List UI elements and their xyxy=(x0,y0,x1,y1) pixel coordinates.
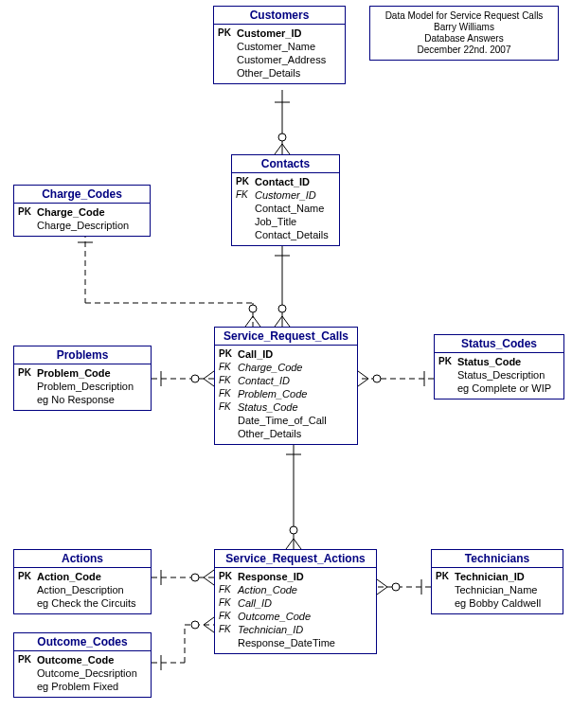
attribute-row: PKTechnician_ID xyxy=(436,570,559,583)
attribute-row: FKTechnician_ID xyxy=(219,623,372,636)
attribute-name: Outcome_Decsription xyxy=(37,666,147,680)
key-indicator xyxy=(236,215,255,228)
key-indicator xyxy=(236,202,255,215)
key-indicator xyxy=(18,583,37,596)
entity-contacts: Contacts PKContact_IDFKCustomer_IDContac… xyxy=(231,154,340,246)
attribute-row: FKOutcome_Code xyxy=(219,610,372,623)
key-indicator: PK xyxy=(219,570,238,583)
attribute-row: FKCall_ID xyxy=(219,596,372,610)
key-indicator xyxy=(236,228,255,241)
entity-title: Problems xyxy=(14,346,151,364)
attribute-name: Technician_ID xyxy=(238,623,372,636)
key-indicator xyxy=(436,596,455,610)
attribute-name: Charge_Code xyxy=(238,361,353,374)
entity-title: Charge_Codes xyxy=(14,186,150,204)
key-indicator xyxy=(18,380,37,393)
entity-body: PKTechnician_IDTechnician_Nameeg Bobby C… xyxy=(432,568,563,613)
entity-service-request-calls: Service_Request_Calls PKCall_IDFKCharge_… xyxy=(214,327,358,445)
attribute-row: FKProblem_Code xyxy=(219,387,353,400)
diagram-meta-box: Data Model for Service Request Calls Bar… xyxy=(369,6,559,61)
svg-point-19 xyxy=(290,526,297,534)
svg-point-2 xyxy=(278,133,286,141)
entity-charge-codes: Charge_Codes PKCharge_CodeCharge_Descrip… xyxy=(13,185,151,237)
attribute-row: eg Complete or WIP xyxy=(438,382,560,395)
entity-customers: Customers PKCustomer_IDCustomer_NameCust… xyxy=(213,6,346,84)
attribute-name: Technician_ID xyxy=(455,570,559,583)
attribute-name: eg Complete or WIP xyxy=(457,382,560,395)
key-indicator: FK xyxy=(219,361,238,374)
attribute-name: Other_Details xyxy=(237,66,341,80)
attribute-name: Response_DateTime xyxy=(238,636,372,649)
attribute-row: Other_Details xyxy=(218,66,341,80)
attribute-name: Response_ID xyxy=(238,570,372,583)
entity-body: PKAction_CodeAction_Descriptioneg Check … xyxy=(14,568,151,613)
svg-point-5 xyxy=(278,305,286,312)
entity-body: PKStatus_CodeStatus_Descriptioneg Comple… xyxy=(435,353,563,399)
attribute-name: Action_Code xyxy=(238,583,372,596)
key-indicator xyxy=(218,66,237,80)
attribute-name: Contact_Details xyxy=(255,228,335,241)
entity-body: PKCharge_CodeCharge_Description xyxy=(14,204,150,236)
meta-line: Barry Williams xyxy=(374,22,554,33)
attribute-row: Action_Description xyxy=(18,583,147,596)
attribute-name: Call_ID xyxy=(238,347,353,361)
attribute-row: Problem_Description xyxy=(18,380,147,393)
attribute-name: Outcome_Code xyxy=(37,653,147,666)
attribute-row: Technician_Name xyxy=(436,583,559,596)
attribute-row: eg Check the Circuits xyxy=(18,596,147,610)
meta-line: Database Answers xyxy=(374,33,554,44)
key-indicator: PK xyxy=(18,653,37,666)
entity-status-codes: Status_Codes PKStatus_CodeStatus_Descrip… xyxy=(434,334,564,400)
attribute-name: eg Bobby Caldwell xyxy=(455,596,559,610)
key-indicator xyxy=(218,53,237,66)
entity-technicians: Technicians PKTechnician_IDTechnician_Na… xyxy=(431,549,563,614)
attribute-row: PKCharge_Code xyxy=(18,205,146,219)
entity-title: Status_Codes xyxy=(435,335,563,353)
key-indicator xyxy=(219,414,238,427)
entity-body: PKCustomer_IDCustomer_NameCustomer_Addre… xyxy=(214,25,345,83)
entity-outcome-codes: Outcome_Codes PKOutcome_CodeOutcome_Decs… xyxy=(13,632,152,698)
attribute-row: PKOutcome_Code xyxy=(18,653,147,666)
entity-title: Contacts xyxy=(232,155,339,173)
attribute-row: Outcome_Decsription xyxy=(18,666,147,680)
entity-actions: Actions PKAction_CodeAction_Descriptione… xyxy=(13,549,152,614)
attribute-row: Customer_Address xyxy=(218,53,341,66)
entity-service-request-actions: Service_Request_Actions PKResponse_IDFKA… xyxy=(214,549,377,654)
attribute-row: PKContact_ID xyxy=(236,175,335,188)
attribute-row: eg No Response xyxy=(18,393,147,406)
entity-body: PKResponse_IDFKAction_CodeFKCall_IDFKOut… xyxy=(215,568,376,653)
svg-point-16 xyxy=(373,375,381,382)
attribute-row: Job_Title xyxy=(236,215,335,228)
attribute-row: FKCharge_Code xyxy=(219,361,353,374)
key-indicator xyxy=(436,583,455,596)
entity-body: PKCall_IDFKCharge_CodeFKContact_IDFKProb… xyxy=(215,346,357,444)
entity-title: Service_Request_Actions xyxy=(215,550,376,568)
attribute-row: PKStatus_Code xyxy=(438,355,560,368)
entity-body: PKProblem_CodeProblem_Descriptioneg No R… xyxy=(14,364,151,410)
attribute-row: Other_Details xyxy=(219,427,353,440)
attribute-name: Job_Title xyxy=(255,215,335,228)
attribute-row: PKAction_Code xyxy=(18,570,147,583)
key-indicator xyxy=(219,636,238,649)
attribute-name: Charge_Description xyxy=(37,219,146,232)
attribute-row: eg Bobby Caldwell xyxy=(436,596,559,610)
attribute-name: Status_Description xyxy=(457,368,560,382)
attribute-name: Contact_ID xyxy=(255,175,335,188)
attribute-row: Charge_Description xyxy=(18,219,146,232)
key-indicator: FK xyxy=(219,610,238,623)
attribute-row: FKAction_Code xyxy=(219,583,372,596)
attribute-name: Technician_Name xyxy=(455,583,559,596)
key-indicator: FK xyxy=(236,188,255,202)
attribute-name: eg No Response xyxy=(37,393,147,406)
attribute-row: PKResponse_ID xyxy=(219,570,372,583)
key-indicator: PK xyxy=(18,205,37,219)
key-indicator: PK xyxy=(219,347,238,361)
key-indicator: FK xyxy=(219,623,238,636)
attribute-row: FKStatus_Code xyxy=(219,400,353,414)
key-indicator xyxy=(18,596,37,610)
key-indicator: PK xyxy=(18,366,37,380)
key-indicator xyxy=(438,382,457,395)
attribute-name: Problem_Code xyxy=(37,366,147,380)
attribute-name: Customer_Name xyxy=(237,40,341,53)
entity-title: Technicians xyxy=(432,550,563,568)
